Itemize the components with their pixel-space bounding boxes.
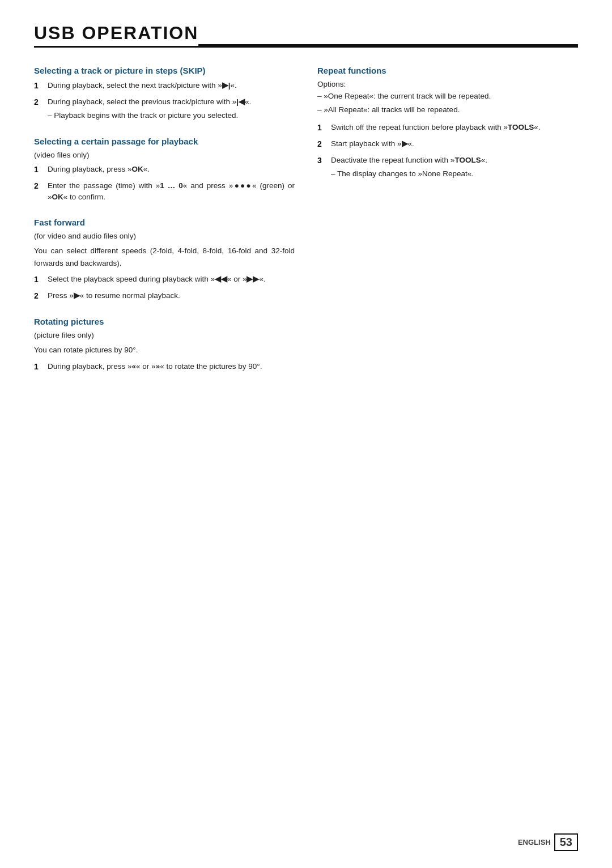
passage-list: 1 During playback, press »OK«. 2 Enter t… xyxy=(34,164,295,203)
list-item: 2 Press »▶« to resume normal playback. xyxy=(34,290,295,302)
repeat-options-list: »One Repeat«: the current track will be … xyxy=(317,91,578,116)
symbol: « xyxy=(132,362,137,371)
section-passage-subtitle: (video files only) xyxy=(34,151,295,159)
symbol: |◀ xyxy=(236,97,245,106)
list-content: Enter the passage (time) with »1 … 0« an… xyxy=(48,180,295,203)
symbol: ▶| xyxy=(222,81,231,90)
list-item: 2 During playback, select the previous t… xyxy=(34,96,295,122)
sub-text: – The display changes to »None Repeat«. xyxy=(331,168,578,180)
options-label: Options: xyxy=(317,80,578,88)
section-fastforward-title: Fast forward xyxy=(34,216,295,228)
list-content: Press »▶« to resume normal playback. xyxy=(48,290,295,302)
section-skip-title: Selecting a track or picture in steps (S… xyxy=(34,65,295,76)
list-num: 2 xyxy=(34,180,42,203)
list-content: During playback, press »OK«. xyxy=(48,164,295,176)
section-skip: Selecting a track or picture in steps (S… xyxy=(34,65,295,122)
right-column: Repeat functions Options: »One Repeat«: … xyxy=(317,65,578,386)
symbol: ▶▶ xyxy=(246,275,259,283)
list-num: 2 xyxy=(34,96,42,122)
list-item: 3 Deactivate the repeat function with »T… xyxy=(317,155,578,180)
section-fastforward-desc: You can select different speeds (2-fold,… xyxy=(34,245,295,269)
section-passage: Selecting a certain passage for playback… xyxy=(34,135,295,203)
symbol: ▶ xyxy=(402,139,408,148)
list-content: Deactivate the repeat function with »TOO… xyxy=(331,155,578,180)
fastforward-list: 1 Select the playback speed during playb… xyxy=(34,274,295,302)
symbol: OK xyxy=(132,165,143,173)
list-item: 1 During playback, press »«« or »»« to r… xyxy=(34,361,295,373)
title-underline xyxy=(198,44,578,46)
section-fastforward: Fast forward (for video and audio files … xyxy=(34,216,295,302)
symbol: » xyxy=(156,362,160,371)
symbol: 1 … 0 xyxy=(160,181,183,190)
content-columns: Selecting a track or picture in steps (S… xyxy=(34,65,578,386)
list-item: 1 During playback, press »OK«. xyxy=(34,164,295,176)
symbol: ◀◀ xyxy=(215,275,227,283)
list-item: 2 Start playback with »▶«. xyxy=(317,138,578,150)
list-num: 1 xyxy=(34,361,42,373)
section-rotating-desc: You can rotate pictures by 90°. xyxy=(34,344,295,356)
repeat-steps-list: 1 Switch off the repeat function before … xyxy=(317,122,578,180)
section-fastforward-subtitle: (for video and audio files only) xyxy=(34,232,295,240)
section-rotating-subtitle: (picture files only) xyxy=(34,331,295,339)
skip-list: 1 During playback, select the next track… xyxy=(34,80,295,122)
list-item: »All Repeat«: all tracks will be repeate… xyxy=(317,104,578,116)
list-content: During playback, select the next track/p… xyxy=(48,80,295,92)
list-item: 1 Switch off the repeat function before … xyxy=(317,122,578,134)
section-repeat-title: Repeat functions xyxy=(317,65,578,76)
sub-text: – Playback begins with the track or pict… xyxy=(48,110,295,121)
list-item: »One Repeat«: the current track will be … xyxy=(317,91,578,102)
list-num: 1 xyxy=(34,164,42,176)
list-num: 1 xyxy=(34,274,42,286)
section-repeat: Repeat functions Options: »One Repeat«: … xyxy=(317,65,578,180)
symbol: OK xyxy=(52,193,63,201)
section-rotating: Rotating pictures (picture files only) Y… xyxy=(34,316,295,373)
list-content: Start playback with »▶«. xyxy=(331,138,578,150)
list-num: 1 xyxy=(34,80,42,92)
page-title: USB OPERATION xyxy=(34,23,198,46)
page-footer: ENGLISH 53 xyxy=(518,833,578,851)
symbol: TOOLS xyxy=(508,123,534,131)
section-passage-title: Selecting a certain passage for playback xyxy=(34,135,295,147)
list-num: 2 xyxy=(34,290,42,302)
list-content: Switch off the repeat function before pl… xyxy=(331,122,578,134)
page-title-container: USB OPERATION xyxy=(34,23,578,48)
list-num: 1 xyxy=(317,122,325,134)
page: USB OPERATION Selecting a track or pictu… xyxy=(0,0,612,868)
list-num: 2 xyxy=(317,138,325,150)
list-content: During playback, select the previous tra… xyxy=(48,96,295,122)
list-item: 2 Enter the passage (time) with »1 … 0« … xyxy=(34,180,295,203)
footer-page-num: 53 xyxy=(554,833,578,851)
left-column: Selecting a track or picture in steps (S… xyxy=(34,65,295,386)
section-rotating-title: Rotating pictures xyxy=(34,316,295,327)
footer-lang: ENGLISH xyxy=(518,838,551,846)
symbol: ●●● xyxy=(233,181,252,190)
list-num: 3 xyxy=(317,155,325,180)
symbol: ▶ xyxy=(74,291,80,300)
list-content: Select the playback speed during playbac… xyxy=(48,274,295,286)
list-content: During playback, press »«« or »»« to rot… xyxy=(48,361,295,373)
symbol: TOOLS xyxy=(454,156,481,164)
list-item: 1 During playback, select the next track… xyxy=(34,80,295,92)
rotating-list: 1 During playback, press »«« or »»« to r… xyxy=(34,361,295,373)
list-item: 1 Select the playback speed during playb… xyxy=(34,274,295,286)
